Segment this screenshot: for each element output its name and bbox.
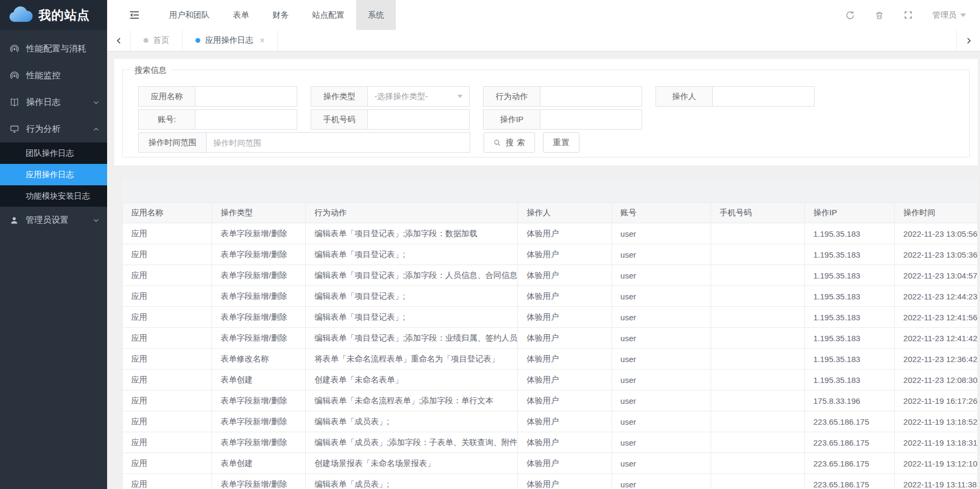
topnav-item-finance[interactable]: 财务	[261, 0, 300, 30]
topnav-item-system[interactable]: 系统	[356, 0, 396, 30]
sidebar-item-operation-logs[interactable]: 操作日志	[0, 89, 107, 116]
field-label-operator: 操作人	[655, 86, 713, 107]
table-cell: 表单字段新增/删除	[212, 474, 306, 489]
app-logo: 我的站点	[0, 0, 107, 30]
table-cell: 体验用户	[518, 370, 612, 390]
search-button[interactable]: 搜 索	[484, 132, 535, 153]
table-cell: 体验用户	[518, 328, 612, 349]
table-cell	[711, 286, 804, 307]
table-cell: 体验用户	[518, 390, 612, 411]
field-label-phone: 手机号码	[311, 109, 368, 130]
table-cell: 体验用户	[518, 411, 612, 432]
tab-close-icon[interactable]: ×	[260, 36, 265, 45]
search-button-label: 搜 索	[506, 138, 525, 148]
topnav-menu: 用户和团队表单财务站点配置系统	[157, 0, 396, 30]
table-row: 应用表单字段新增/删除编辑表单「项目登记表」;添加字段：人员信息、合同信息体验用…	[123, 265, 978, 286]
topnav-item-users-teams[interactable]: 用户和团队	[157, 0, 221, 30]
field-operator: 操作人	[655, 86, 815, 107]
table-cell: 应用	[123, 349, 212, 370]
top-navbar: 用户和团队表单财务站点配置系统 管理员	[107, 0, 980, 30]
table-row: 应用表单字段新增/删除编辑表单「项目登记表」;添加字段：数据加载体验用户user…	[123, 223, 978, 244]
search-row-2: 账号:手机号码操作IP	[138, 109, 642, 130]
account-input[interactable]	[195, 109, 297, 130]
sidebar-item-label: 管理员设置	[26, 215, 69, 226]
sidebar-item-behavior-analysis[interactable]: 行为分析	[0, 116, 107, 142]
topnav-item-site-config[interactable]: 站点配置	[300, 0, 356, 30]
tab-status-dot	[195, 38, 200, 43]
select-value: -选择操作类型-	[374, 92, 428, 102]
search-legend: 搜索信息	[130, 65, 171, 76]
tabs-scroll-left-icon[interactable]	[107, 30, 131, 51]
user-menu[interactable]: 管理员	[932, 10, 966, 20]
sidebar-subitem-app-operation-log[interactable]: 应用操作日志	[0, 164, 107, 185]
table-cell: 表单创建	[212, 370, 306, 390]
table-cell: 2022-11-19 13:11:38	[894, 474, 977, 489]
table-cell: 表单修改名称	[212, 349, 306, 370]
field-label-operation-type: 操作类型	[311, 86, 368, 107]
chevron-down-icon	[93, 99, 100, 106]
phone-input[interactable]	[368, 109, 470, 130]
tab-home[interactable]: 首页	[131, 30, 183, 51]
operator-input[interactable]	[713, 86, 815, 107]
table-cell: 体验用户	[518, 432, 612, 453]
table-cell: 223.65.186.175	[804, 474, 894, 489]
operation-type-select[interactable]: -选择操作类型-	[368, 86, 470, 107]
table-cell: 223.65.186.175	[804, 411, 894, 432]
table-cell: 1.195.35.183	[804, 223, 894, 244]
table-cell: 体验用户	[518, 453, 612, 474]
table-cell: 体验用户	[518, 223, 612, 244]
table-cell	[711, 474, 804, 489]
table-row: 应用表单字段新增/删除编辑表单「项目登记表」;体验用户user1.195.35.…	[123, 286, 978, 307]
tab-app-operation-log[interactable]: 应用操作日志×	[183, 30, 278, 51]
sidebar-item-perf-config[interactable]: 性能配置与消耗	[0, 35, 107, 62]
collapse-menu-icon[interactable]	[107, 9, 140, 21]
table-cell: 2022-11-19 13:18:52	[894, 411, 977, 432]
table-cell: 2022-11-23 13:04:57	[894, 265, 977, 286]
column-header-3: 操作人	[518, 203, 612, 223]
table-cell: 应用	[123, 474, 212, 489]
table-cell: 编辑表单「项目登记表」;添加字段：业绩归属、签约人员...	[306, 328, 518, 349]
table-cell: 体验用户	[518, 286, 612, 307]
search-row-1: 应用名称操作类型-选择操作类型-行为动作操作人	[138, 86, 815, 107]
table-cell: 应用	[123, 411, 212, 432]
tab-label: 首页	[153, 35, 169, 46]
table-cell: 1.195.35.183	[804, 307, 894, 328]
sidebar-item-admin-settings[interactable]: 管理员设置	[0, 207, 107, 234]
table-cell: 1.195.35.183	[804, 349, 894, 370]
app-name-input[interactable]	[195, 86, 297, 107]
topnav-item-forms[interactable]: 表单	[221, 0, 261, 30]
time-range-input[interactable]	[207, 132, 470, 153]
table-cell: 体验用户	[518, 349, 612, 370]
search-actions: 搜 索 重置	[484, 132, 579, 153]
table-cell: 应用	[123, 244, 212, 265]
sidebar-item-perf-monitor[interactable]: 性能监控	[0, 62, 107, 89]
table-row: 应用表单创建创建场景报表「未命名场景报表」体验用户user223.65.186.…	[123, 453, 978, 474]
tabs-scroll-right-icon[interactable]	[956, 30, 980, 51]
refresh-icon[interactable]	[845, 10, 855, 20]
sidebar-item-label: 操作日志	[26, 97, 61, 108]
trash-icon[interactable]	[875, 10, 884, 20]
monitor-icon	[10, 124, 19, 134]
behavior-action-input[interactable]	[540, 86, 642, 107]
table-cell: 编辑表单「项目登记表」;	[306, 286, 518, 307]
sidebar-subitem-team-operation-log[interactable]: 团队操作日志	[0, 142, 107, 164]
sidebar-submenu: 团队操作日志应用操作日志功能模块安装日志	[0, 142, 107, 207]
search-fieldset: 搜索信息 应用名称操作类型-选择操作类型-行为动作操作人 账号:手机号码操作IP…	[122, 70, 970, 157]
table-cell: 编辑表单「项目登记表」;	[306, 244, 518, 265]
table-cell: user	[612, 307, 711, 328]
table-cell: 2022-11-23 13:05:56	[894, 223, 977, 244]
podcast-icon	[10, 44, 19, 54]
column-header-6: 操作IP	[804, 203, 894, 223]
reset-button[interactable]: 重置	[543, 132, 579, 153]
table-cell: 编辑表单「项目登记表」;	[306, 307, 518, 328]
table-cell	[711, 390, 804, 411]
log-table-panel: 应用名称操作类型行为动作操作人账号手机号码操作IP操作时间 应用表单字段新增/删…	[122, 178, 978, 489]
sidebar-subitem-module-install-log[interactable]: 功能模块安装日志	[0, 185, 107, 207]
table-row: 应用表单字段新增/删除编辑表单「项目登记表」;添加字段：业绩归属、签约人员...…	[123, 328, 978, 349]
table-row: 应用表单字段新增/删除编辑表单「未命名流程表单」;添加字段：单行文本体验用户us…	[123, 390, 978, 411]
table-cell: 表单字段新增/删除	[212, 432, 306, 453]
table-cell: 2022-11-23 12:44:23	[894, 286, 977, 307]
operation-ip-input[interactable]	[540, 109, 642, 130]
fullscreen-icon[interactable]	[903, 10, 913, 20]
table-cell	[711, 432, 804, 453]
